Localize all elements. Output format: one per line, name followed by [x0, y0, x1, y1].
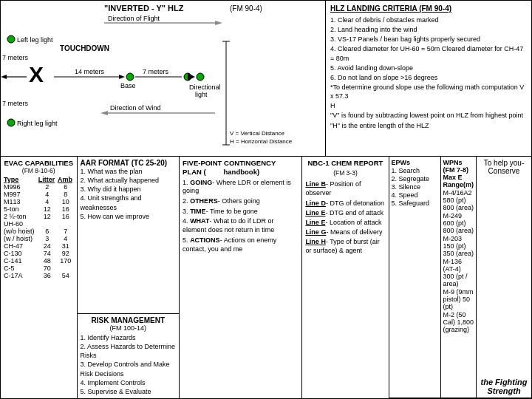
base-label: Base: [120, 82, 136, 89]
meters-7b-label: 7 meters: [143, 68, 169, 75]
directional-light-label2: light: [195, 91, 208, 98]
list-item: 5. Supervise & Evaluate: [81, 387, 177, 396]
wpn-list: M-4/16A2 580 (pt) 800 (area)M-249 600 (p…: [443, 189, 474, 333]
table-row: C-570: [3, 265, 75, 272]
list-item: M-249 600 (pt) 800 (area): [443, 212, 474, 234]
list-item: 2. OTHERS- Others going: [183, 197, 299, 206]
list-item: 1. Search: [392, 167, 438, 174]
epw-col: EPWs 1. Search2. Segregate3. Silence4. S…: [389, 157, 441, 398]
risk-title: RISK MANAGEMENT: [81, 316, 177, 324]
hlz-criteria-item: 4. Cleared diameter for UH-60 = 50m Clea…: [330, 44, 527, 62]
list-item: 2. What actually happened: [81, 176, 177, 185]
table-row: C-14148170: [3, 257, 75, 265]
hlz-criteria-item: 1. Clear of debris / obstacles marked: [330, 16, 527, 24]
aar-title: AAR FORMAT (TC 25-20): [81, 159, 177, 167]
hlz-title: HLZ LANDING CRITERIA (FM 90-4): [330, 4, 527, 14]
list-item: 2. Assess Hazards to Determine Risks: [81, 342, 177, 360]
nbc-line: Line B- Position of observer: [305, 180, 385, 197]
evac-header-type: Type: [3, 176, 38, 183]
right-leg-light-label: Right leg light: [17, 120, 58, 127]
risk-list: 1. Identify Hazards2. Assess Hazards to …: [81, 333, 177, 396]
risk-sub: (FM 100-14): [81, 324, 177, 332]
list-item: 5. Safeguard: [392, 200, 438, 207]
table-row: (w/o hoist)67: [3, 228, 75, 235]
meters-7c-label: 7 meters: [2, 100, 29, 107]
left-leg-light-dot: [7, 35, 15, 43]
list-item: 4. Speed: [392, 191, 438, 199]
hlz-criteria-item: 2. Land heading into the wind: [330, 25, 527, 34]
direction-of-wind-label: Direction of Wind: [110, 104, 161, 112]
list-item: M-9 (9mm pistol) 50 (pt): [443, 288, 474, 310]
fivepoint-title: FIVE-POINT CONTINGENCYPLAN ( handbook): [183, 159, 299, 177]
hlz-diagram-svg: "INVERTED - Y" HLZ (FM 90-4) Direction o…: [1, 1, 326, 156]
hlz-criteria-item: 3. VS-17 Panels / bean bag lights proper…: [330, 35, 527, 44]
nbc-col: NBC-1 CHEM REPORT (FM 3-3) Line B- Posit…: [302, 157, 389, 398]
list-item: M-203 150 (pt) 350 (area): [443, 235, 474, 257]
table-row: (w / hoist)34: [3, 235, 75, 242]
list-item: 4. WHAT- What to do if LDR or element do…: [183, 217, 299, 234]
list-item: M-4/16A2 580 (pt) 800 (area): [443, 189, 474, 211]
direction-of-flight-label: Direction of Flight: [108, 15, 160, 22]
hlz-criteria-item: 5. Avoid landing down-slope: [330, 64, 527, 72]
table-row: C-17A3654: [3, 272, 75, 279]
evac-sub: (FM 8-10-6): [3, 167, 75, 174]
risk-section: RISK MANAGEMENT (FM 100-14) 1. Identify …: [78, 314, 180, 398]
epw-list: 1. Search2. Segregate3. Silence4. Speed5…: [392, 167, 438, 207]
hlz-criteria-item: *To determine ground slope use the follo…: [330, 83, 527, 100]
table-row: UH-60: [3, 220, 75, 228]
aar-risk-col: AAR FORMAT (TC 25-20) 1. What was the pl…: [78, 157, 180, 398]
inverted-y-title: "INVERTED - Y" HLZ: [104, 4, 184, 13]
epw-title: EPWs: [392, 159, 438, 166]
diagram-area: "INVERTED - Y" HLZ (FM 90-4) Direction o…: [1, 1, 326, 156]
list-item: 5. ACTIONS- Actions on enemy contact, yo…: [183, 236, 299, 253]
help-top: To help you-Conserve: [484, 159, 524, 175]
hlz-criteria-list: 1. Clear of debris / obstacles marked2. …: [330, 16, 527, 130]
hlz-criteria-item: "H" is the entire length of the HLZ: [330, 121, 527, 130]
list-item: 5. How can we improve: [81, 212, 177, 221]
table-row: 5-ton1216: [3, 205, 75, 213]
nbc-line: Line H- Type of burst (air or surface) &…: [305, 237, 385, 255]
table-row: 2 ½-ton1216: [3, 213, 75, 220]
evac-rows: M99626M99748M1134105-ton12162 ½-ton1216U…: [3, 183, 75, 279]
evac-header-amb: Amb: [57, 176, 75, 183]
list-item: 1. What was the plan: [81, 167, 177, 176]
right-leg-light-dot: [7, 119, 15, 126]
nbc-lines: Line B- Position of observerLine D- DTG …: [305, 180, 385, 255]
list-item: 3. TIME- Time to be gone: [183, 208, 299, 216]
meters-7a-label: 7 meters: [2, 54, 29, 61]
aar-list: 1. What was the plan2. What actually hap…: [81, 167, 177, 221]
h-label: H = Horizontal Distance: [230, 138, 293, 145]
svg-marker-5: [119, 75, 125, 79]
meters-14-label: 14 meters: [75, 68, 105, 75]
fivepoint-list: 1. GOING- Where LDR or element is going2…: [183, 179, 299, 254]
list-item: 4. Unit strengths and weaknesses: [81, 194, 177, 211]
list-item: 3. Silence: [392, 183, 438, 191]
nbc-line: Line D- DTG of detonation: [305, 199, 385, 208]
table-row: CH-472431: [3, 242, 75, 250]
list-item: M-2 (50 Cal) 1,800 (grazing): [443, 311, 474, 333]
list-item: 3. Why did it happen: [81, 185, 177, 194]
nbc-sub: (FM 3-3): [305, 169, 385, 177]
fm-label: (FM 90-4): [230, 4, 262, 13]
list-item: 4. Implement Controls: [81, 378, 177, 387]
evac-capabilities: EVAC CAPABILITIES (FM 8-10-6) Type Litte…: [1, 157, 78, 398]
epw-wpn-row: EPWs 1. Search2. Segregate3. Silence4. S…: [389, 157, 532, 398]
hlz-criteria-item: H: [330, 101, 527, 110]
base-dot: [126, 73, 134, 81]
list-item: 3. Develop Controls and Make Risk Decisi…: [81, 360, 177, 378]
wpn-col: WPNs (FM 7-8) Max E Range(m) M-4/16A2 58…: [441, 157, 477, 398]
list-item: 1. Identify Hazards: [81, 333, 177, 342]
svg-marker-7: [188, 73, 195, 81]
right-bottom-col: EPWs 1. Search2. Segregate3. Silence4. S…: [389, 157, 532, 398]
nbc-line: Line E- DTG end of attack: [305, 208, 385, 217]
evac-header-litter: Litter: [38, 176, 57, 183]
nbc-line: Line G- Means of delivery: [305, 228, 385, 236]
dir-light-dot: [197, 73, 204, 81]
evac-table: Type Litter Amb M99626M99748M1134105-ton…: [3, 176, 75, 279]
help-bottom: the FightingStrength: [481, 378, 528, 395]
svg-marker-1: [215, 21, 222, 25]
list-item: 2. Segregate: [392, 175, 438, 183]
touchdown-label: TOUCHDOWN: [60, 44, 109, 52]
wpn-title: WPNs (FM 7-8) Max E Range(m): [443, 159, 474, 188]
list-item: M-136 (AT-4) 300 (pt / area): [443, 258, 474, 287]
